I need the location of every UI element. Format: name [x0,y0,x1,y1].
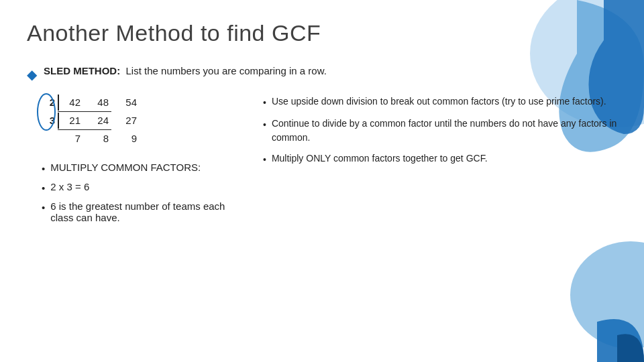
row2-numbers: 21 24 27 [62,113,137,129]
divisor-1: 2 [42,95,55,111]
right-col: • Use upside down division to break out … [243,95,617,230]
division-bar-1 [58,95,59,111]
h-line-1 [58,111,111,112]
row1-numbers: 42 48 54 [62,95,137,111]
num-27: 27 [118,113,137,129]
bullet-diamond-icon: ◆ [27,66,37,82]
left-bullet-2: • 2 x 3 = 6 [42,181,243,194]
right-text-3: Multiply ONLY common factors together to… [272,152,488,166]
right-text-2: Continue to divide by a common factor un… [272,117,617,145]
bullet-dot-icon: • [42,202,45,213]
table-row: 3 21 24 27 [42,113,137,129]
left-bullet-3: • 6 is the greatest number of teams each… [42,200,243,223]
row3-numbers: 7 8 9 [62,131,137,147]
num-7: 7 [62,131,80,147]
bullet-dot-icon: • [263,118,266,132]
multiply-label: MULTIPLY COMMON FACTORS: [50,162,201,173]
right-text-1: Use upside down division to break out co… [272,95,606,109]
bullet-dot-icon: • [42,182,45,194]
right-bullet-2: • Continue to divide by a common factor … [263,117,617,145]
num-42: 42 [62,95,80,111]
num-21: 21 [62,113,80,129]
bullet-dot-icon: • [263,96,266,110]
sled-label: SLED METHOD: [44,65,120,76]
sled-method-line: ◆ SLED METHOD: List the numbers you are … [27,65,617,82]
sled-method-text: SLED METHOD: List the numbers you are co… [44,65,327,76]
num-48: 48 [90,95,109,111]
main-body: 2 42 48 54 3 21 24 [42,95,617,230]
num-9: 9 [118,131,137,147]
division-table: 2 42 48 54 3 21 24 [42,95,137,147]
svg-point-1 [570,241,644,349]
num-54: 54 [118,95,137,111]
right-bullet-1: • Use upside down division to break out … [263,95,617,110]
sled-desc: List the numbers you are comparing in a … [126,65,327,76]
table-row: 2 42 48 54 [42,95,137,111]
left-col: 2 42 48 54 3 21 24 [42,95,243,230]
divisor-2: 3 [42,113,55,129]
equation-label: 2 x 3 = 6 [50,181,89,192]
greatest-label: 6 is the greatest number of teams each c… [50,200,243,223]
num-8: 8 [90,131,109,147]
bullet-dot-icon: • [42,163,45,174]
right-bullet-3: • Multiply ONLY common factors together … [263,152,617,167]
division-bar-2 [58,113,59,129]
table-row: 7 8 9 [42,131,137,147]
h-line-2 [58,129,111,130]
slide-title: Another Method to find GCF [27,20,617,46]
num-24: 24 [90,113,109,129]
left-bullet-1: • MULTIPLY COMMON FACTORS: [42,162,243,174]
bullet-dot-icon: • [263,153,266,167]
